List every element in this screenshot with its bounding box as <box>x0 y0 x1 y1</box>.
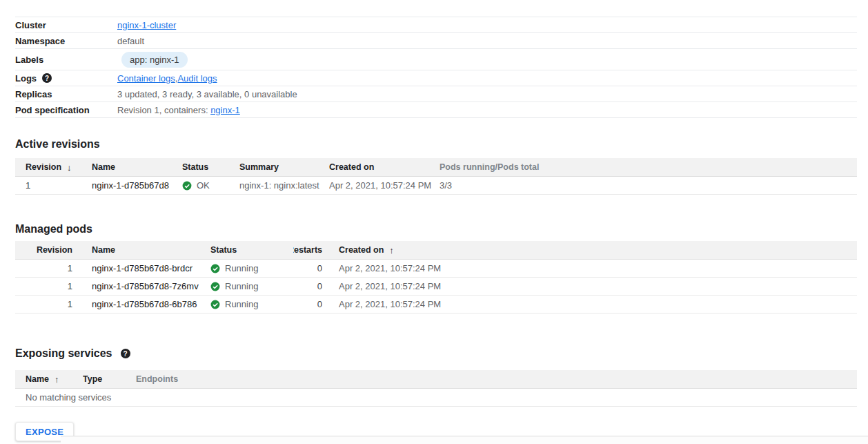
managed-pod-row: 1 nginx-1-d785b67d8-brdcr Running 0 Apr … <box>15 260 857 278</box>
revision-pods-cell: 3/3 <box>440 180 857 191</box>
no-matching-services-message: No matching services <box>15 389 857 407</box>
label-chip: app: nginx-1 <box>121 52 188 68</box>
managed-pods-heading: Managed pods <box>15 223 857 235</box>
active-revisions-heading: Active revisions <box>15 138 857 151</box>
pod-name-cell: nginx-1-d785b67d8-6b786 <box>72 299 210 309</box>
exposing-services-help-icon[interactable] <box>121 349 130 358</box>
column-header-created-on[interactable]: Created on <box>329 162 440 172</box>
managed-pods-header: Revision Name Status Restarts Created on <box>15 241 857 260</box>
property-row-cluster: Cluster nginx-1-cluster <box>15 17 857 33</box>
column-header-name[interactable]: Name <box>15 374 83 385</box>
status-running-check-icon <box>210 264 220 273</box>
pod-revision-cell: 1 <box>15 281 72 291</box>
active-revisions-header: Revision Name Status Summary Created on … <box>15 158 857 177</box>
property-row-pod-specification: Pod specification Revision 1, containers… <box>15 102 857 118</box>
logs-help-icon[interactable] <box>42 73 52 83</box>
property-row-logs: Logs Container logs, Audit logs <box>15 70 857 86</box>
status-running-check-icon <box>210 300 220 309</box>
pod-specification-container-link[interactable]: nginx-1 <box>210 105 240 115</box>
audit-logs-link[interactable]: Audit logs <box>177 73 217 84</box>
pod-created-cell: Apr 2, 2021, 10:57:24 PM <box>322 263 857 273</box>
replicas-label: Replicas <box>15 89 117 99</box>
pod-restarts-cell: 0 <box>293 281 322 291</box>
pod-restarts-cell: 0 <box>293 263 322 273</box>
status-running-check-icon <box>210 282 220 291</box>
exposing-services-header: Name Type Endpoints <box>15 370 857 389</box>
sort-descending-icon <box>67 162 72 173</box>
pod-status-cell: Running <box>210 281 293 291</box>
managed-pod-row: 1 nginx-1-d785b67d8-6b786 Running 0 Apr … <box>15 296 857 313</box>
managed-pod-row: 1 nginx-1-d785b67d8-7z6mv Running 0 Apr … <box>15 278 857 296</box>
sort-ascending-icon <box>389 245 394 255</box>
property-row-replicas: Replicas 3 updated, 3 ready, 3 available… <box>15 86 857 102</box>
exposing-services-heading: Exposing services <box>15 347 857 360</box>
managed-pods-table: Revision Name Status Restarts Created on… <box>15 241 857 313</box>
namespace-label: Namespace <box>15 36 117 46</box>
revision-name-cell: nginx-1-d785b67d8 <box>92 180 182 191</box>
status-ok-text: OK <box>197 180 210 191</box>
pod-status-cell: Running <box>210 263 293 273</box>
exposing-services-table: Name Type Endpoints No matching services <box>15 370 857 407</box>
container-logs-link[interactable]: Container logs <box>117 73 175 84</box>
column-header-revision[interactable]: Revision <box>15 162 92 173</box>
pod-specification-prefix: Revision 1, containers: <box>117 105 210 115</box>
pod-name-cell: nginx-1-d785b67d8-brdcr <box>72 263 210 273</box>
cluster-link[interactable]: nginx-1-cluster <box>117 20 176 30</box>
pod-specification-label: Pod specification <box>15 105 117 115</box>
column-header-status[interactable]: Status <box>182 162 239 172</box>
pod-created-cell: Apr 2, 2021, 10:57:24 PM <box>322 281 857 291</box>
property-row-labels: Labels app: nginx-1 <box>15 49 857 70</box>
pod-revision-cell: 1 <box>15 299 72 309</box>
revision-created-cell: Apr 2, 2021, 10:57:24 PM <box>329 180 440 191</box>
column-header-endpoints: Endpoints <box>136 374 857 384</box>
column-header-revision[interactable]: Revision <box>15 245 72 255</box>
bottom-divider <box>61 436 868 444</box>
deployment-properties: Cluster nginx-1-cluster Namespace defaul… <box>15 17 857 118</box>
sort-ascending-icon <box>55 374 59 385</box>
column-header-name[interactable]: Name <box>92 162 182 172</box>
column-header-name[interactable]: Name <box>72 245 210 255</box>
active-revision-row: 1 nginx-1-d785b67d8 OK nginx-1: nginx:la… <box>15 177 857 195</box>
pod-name-cell: nginx-1-d785b67d8-7z6mv <box>72 281 210 291</box>
pod-created-cell: Apr 2, 2021, 10:57:24 PM <box>322 299 857 309</box>
logs-label: Logs <box>15 73 37 84</box>
cluster-label: Cluster <box>15 20 117 30</box>
replicas-value: 3 updated, 3 ready, 3 available, 0 unava… <box>117 89 297 99</box>
column-header-summary[interactable]: Summary <box>239 162 329 172</box>
revision-summary-cell: nginx-1: nginx:latest <box>239 180 329 191</box>
pod-status-cell: Running <box>210 299 293 309</box>
status-running-text: Running <box>225 299 258 309</box>
status-running-text: Running <box>225 263 258 273</box>
revision-cell: 1 <box>15 180 92 191</box>
column-header-type[interactable]: Type <box>83 374 136 384</box>
column-header-status[interactable]: Status <box>210 245 293 255</box>
pod-restarts-cell: 0 <box>293 299 322 309</box>
namespace-value: default <box>117 36 144 46</box>
property-row-namespace: Namespace default <box>15 33 857 49</box>
status-ok-check-icon <box>182 181 192 191</box>
pod-revision-cell: 1 <box>15 263 72 273</box>
active-revisions-table: Revision Name Status Summary Created on … <box>15 158 857 195</box>
deployment-details-page: Cluster nginx-1-cluster Namespace defaul… <box>0 17 868 441</box>
column-header-created-on[interactable]: Created on <box>322 245 857 255</box>
column-header-pods-running: Pods running/Pods total <box>440 162 857 172</box>
revision-status-cell: OK <box>182 180 239 191</box>
labels-label: Labels <box>15 55 117 65</box>
status-running-text: Running <box>225 281 258 291</box>
column-header-restarts[interactable]: Restarts <box>293 245 322 255</box>
